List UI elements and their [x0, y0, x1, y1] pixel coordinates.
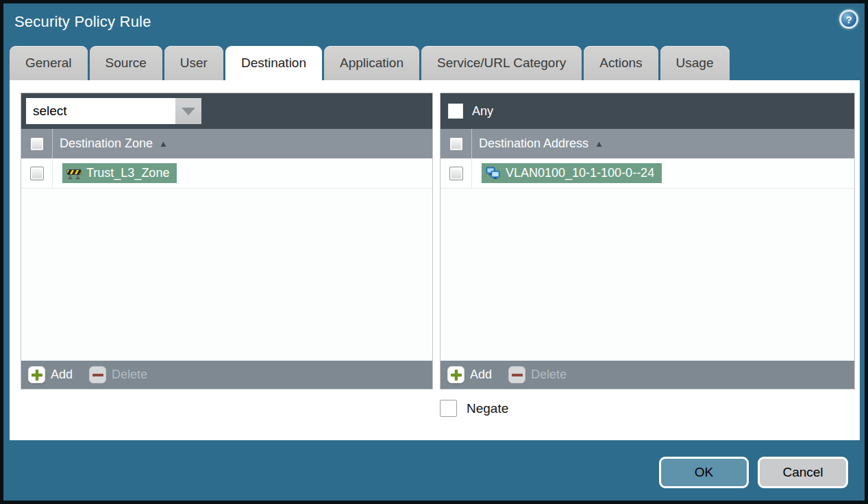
negate-option: Negate — [440, 400, 508, 417]
zone-row-checkbox[interactable] — [30, 167, 44, 180]
help-glyph: ? — [845, 14, 852, 25]
tab-application[interactable]: Application — [324, 46, 419, 80]
minus-icon — [508, 366, 525, 383]
address-icon — [486, 167, 501, 180]
address-select-all-checkbox[interactable] — [449, 137, 463, 151]
address-add-button[interactable]: Add — [447, 366, 492, 383]
tab-bar: General Source User Destination Applicat… — [10, 46, 730, 80]
any-checkbox[interactable] — [448, 104, 463, 119]
security-policy-rule-dialog: Security Policy Rule ? General Source Us… — [0, 0, 868, 504]
tab-content-destination: Destination Zone ▲ — [10, 80, 860, 440]
tab-actions[interactable]: Actions — [584, 46, 658, 80]
zone-item-trust-l3-zone[interactable]: Trust_L3_Zone — [62, 163, 177, 183]
address-header-checkbox-cell — [441, 129, 472, 158]
any-option: Any — [445, 104, 493, 119]
tab-source[interactable]: Source — [90, 46, 162, 80]
plus-icon — [28, 366, 45, 383]
tab-label: Service/URL Category — [437, 56, 566, 71]
plus-icon — [447, 366, 464, 383]
table-row: VLAN0100_10-1-100-0--24 — [441, 158, 854, 189]
zone-select-all-checkbox[interactable] — [30, 137, 44, 151]
zone-column-header[interactable]: Destination Zone ▲ — [53, 129, 168, 158]
zone-filter-input[interactable] — [26, 98, 175, 124]
tab-general[interactable]: General — [10, 46, 88, 80]
zone-delete-label: Delete — [112, 368, 147, 382]
zone-icon — [66, 167, 82, 180]
address-row-main: VLAN0100_10-1-100-0--24 — [472, 158, 662, 188]
dialog-title: Security Policy Rule — [14, 13, 151, 31]
address-item-vlan0100[interactable]: VLAN0100_10-1-100-0--24 — [482, 163, 662, 183]
zone-row-main: Trust_L3_Zone — [53, 158, 177, 188]
zone-table-header: Destination Zone ▲ — [21, 129, 432, 158]
tab-user[interactable]: User — [164, 46, 223, 80]
destination-address-panel: Any Destination Address ▲ — [440, 93, 855, 389]
address-row-checkbox[interactable] — [449, 167, 463, 180]
tab-label: Source — [106, 56, 147, 71]
zone-add-button[interactable]: Add — [28, 366, 73, 383]
address-item-label: VLAN0100_10-1-100-0--24 — [506, 166, 654, 180]
zone-header-checkbox-cell — [21, 129, 53, 158]
address-delete-label: Delete — [531, 368, 567, 382]
address-add-label: Add — [470, 368, 492, 382]
zone-item-label: Trust_L3_Zone — [86, 166, 169, 180]
help-icon[interactable]: ? — [839, 10, 858, 29]
zone-panel-toolbar — [21, 93, 432, 129]
zone-column-label: Destination Zone — [60, 136, 153, 151]
zone-panel-footer: Add Delete — [21, 361, 432, 389]
zone-add-label: Add — [51, 368, 73, 382]
zone-filter-dropdown-button[interactable] — [175, 98, 201, 124]
tab-usage[interactable]: Usage — [660, 46, 730, 80]
address-column-label: Destination Address — [479, 136, 588, 151]
minus-icon — [89, 366, 106, 383]
tab-label: Destination — [241, 56, 306, 71]
tab-label: Usage — [676, 56, 714, 71]
tab-label: Actions — [599, 56, 642, 71]
ok-button[interactable]: OK — [659, 457, 749, 488]
tab-destination[interactable]: Destination — [225, 46, 322, 80]
negate-label: Negate — [467, 401, 508, 416]
tab-label: General — [25, 56, 72, 71]
cancel-button[interactable]: Cancel — [758, 457, 848, 488]
any-label: Any — [472, 104, 493, 119]
destination-zone-panel: Destination Zone ▲ — [21, 93, 433, 389]
negate-checkbox[interactable] — [440, 400, 457, 417]
address-panel-toolbar: Any — [441, 93, 854, 129]
table-row: Trust_L3_Zone — [21, 158, 432, 189]
address-panel-footer: Add Delete — [441, 361, 854, 389]
zone-table-body: Trust_L3_Zone — [21, 158, 432, 361]
tab-label: User — [180, 56, 208, 71]
tab-label: Application — [340, 56, 404, 71]
tab-service-url-category[interactable]: Service/URL Category — [421, 46, 582, 80]
address-column-header[interactable]: Destination Address ▲ — [472, 129, 604, 158]
zone-filter-dropdown — [26, 98, 201, 124]
zone-row-checkbox-cell — [21, 158, 53, 188]
address-delete-button[interactable]: Delete — [508, 366, 567, 383]
sort-asc-icon: ▲ — [159, 139, 168, 149]
sort-asc-icon: ▲ — [595, 139, 604, 149]
address-table-header: Destination Address ▲ — [441, 129, 854, 158]
dialog-window: Security Policy Rule ? General Source Us… — [3, 3, 865, 501]
address-table-body: VLAN0100_10-1-100-0--24 — [441, 158, 854, 361]
chevron-down-icon — [182, 108, 195, 115]
address-row-checkbox-cell — [441, 158, 472, 188]
zone-delete-button[interactable]: Delete — [89, 366, 147, 383]
